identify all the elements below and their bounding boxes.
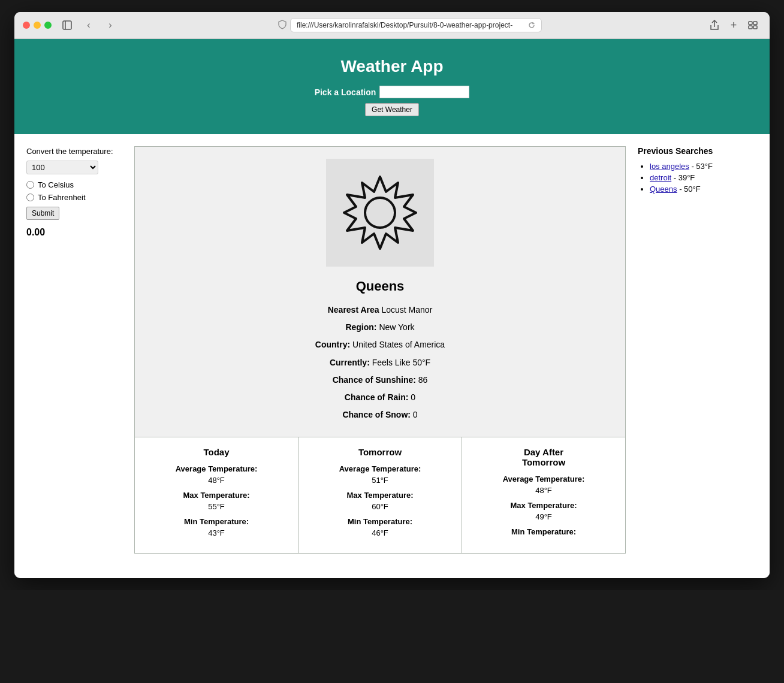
min-temp-today: 43°F [141, 528, 292, 537]
min-temp-tomorrow: 46°F [304, 528, 456, 537]
sidebar-toggle-button[interactable] [59, 18, 76, 32]
list-item: los angeles - 53°F [650, 162, 758, 171]
country-value: United States of America [352, 340, 445, 349]
convert-submit-button[interactable]: Submit [26, 207, 59, 220]
snow: Chance of Snow: 0 [147, 407, 613, 422]
close-button[interactable] [23, 22, 30, 29]
prev-search-queens[interactable]: Queens [650, 185, 677, 194]
max-temp-dayafter: 49°F [468, 512, 619, 521]
svg-rect-0 [63, 21, 71, 29]
previous-searches: Previous Searches los angeles - 53°F det… [638, 146, 758, 554]
svg-point-6 [365, 198, 395, 228]
svg-rect-2 [749, 22, 752, 25]
new-tab-button[interactable]: + [725, 18, 742, 32]
currently-value: Feels Like 50°F [372, 358, 430, 367]
minimize-button[interactable] [34, 22, 41, 29]
prev-search-detroit[interactable]: detroit [650, 173, 671, 182]
country-label: Country: [315, 340, 350, 349]
min-temp-label-today: Min Temperature: [141, 517, 292, 527]
weather-card: Queens Nearest Area Locust Manor Region:… [134, 146, 626, 437]
forecast-day-today: Today [141, 447, 292, 457]
rain-value: 0 [411, 392, 415, 402]
browser-actions: + [706, 18, 761, 32]
app-header: Weather App Pick a Location Get Weather [14, 39, 770, 134]
list-item: detroit - 39°F [650, 173, 758, 182]
fahrenheit-label: To Fahrenheit [38, 193, 86, 202]
get-weather-button[interactable]: Get Weather [365, 103, 419, 116]
browser-titlebar: ‹ › file:///Users/karolinrafalski/Deskto… [14, 12, 770, 39]
prev-temp-queens: - 50°F [679, 185, 701, 194]
currently: Currently: Feels Like 50°F [147, 355, 613, 370]
snow-label: Chance of Snow: [342, 410, 411, 419]
region-value: New York [379, 322, 414, 332]
currently-label: Currently: [330, 358, 370, 367]
sidebar: Convert the temperature: 100 To Celsius … [26, 146, 122, 554]
celsius-label: To Celsius [38, 180, 74, 189]
address-text: file:///Users/karolinrafalski/Desktop/Pu… [297, 21, 526, 29]
location-row: Pick a Location [26, 86, 758, 98]
rain-label: Chance of Rain: [345, 392, 409, 402]
max-temp-label-tomorrow: Max Temperature: [304, 491, 456, 501]
avg-temp-tomorrow: 51°F [304, 476, 456, 485]
fahrenheit-radio[interactable] [26, 194, 34, 201]
prev-search-los-angeles[interactable]: los angeles [650, 162, 689, 171]
prev-temp-detroit: - 39°F [674, 173, 695, 182]
reload-icon [528, 22, 535, 29]
sunshine-value: 86 [418, 375, 428, 385]
back-button[interactable]: ‹ [80, 18, 97, 32]
address-bar-container: file:///Users/karolinrafalski/Desktop/Pu… [123, 18, 696, 32]
min-temp-label-dayafter: Min Temperature: [468, 527, 619, 537]
browser-window: ‹ › file:///Users/karolinrafalski/Deskto… [14, 12, 770, 578]
country: Country: United States of America [147, 337, 613, 352]
list-item: Queens - 50°F [650, 185, 758, 194]
region: Region: New York [147, 320, 613, 335]
share-button[interactable] [706, 18, 723, 32]
weather-main: Queens Nearest Area Locust Manor Region:… [134, 146, 626, 554]
address-bar[interactable]: file:///Users/karolinrafalski/Desktop/Pu… [290, 18, 542, 32]
svg-rect-5 [753, 26, 757, 29]
snow-value: 0 [413, 410, 418, 419]
main-layout: Convert the temperature: 100 To Celsius … [14, 134, 770, 566]
avg-temp-label-tomorrow: Average Temperature: [304, 464, 456, 475]
convert-label: Convert the temperature: [26, 146, 122, 157]
temperature-select[interactable]: 100 [26, 161, 98, 174]
max-temp-label-today: Max Temperature: [141, 491, 292, 501]
nearest-area-label: Nearest Area [328, 305, 379, 315]
previous-searches-list: los angeles - 53°F detroit - 39°F Queens… [638, 162, 758, 194]
forecast-today: Today Average Temperature: 48°F Max Temp… [135, 437, 298, 553]
avg-temp-label-dayafter: Average Temperature: [468, 475, 619, 485]
avg-temp-label-today: Average Temperature: [141, 464, 292, 475]
region-label: Region: [345, 322, 376, 332]
max-temp-tomorrow: 60°F [304, 502, 456, 511]
tab-overview-button[interactable] [744, 18, 761, 32]
fahrenheit-radio-item: To Fahrenheit [26, 193, 122, 202]
forecast-tomorrow: Tomorrow Average Temperature: 51°F Max T… [298, 437, 462, 553]
traffic-lights [23, 22, 52, 29]
avg-temp-dayafter: 48°F [468, 486, 619, 495]
location-label: Pick a Location [315, 87, 376, 97]
prev-temp-los-angeles: - 53°F [691, 162, 713, 171]
avg-temp-today: 48°F [141, 476, 292, 485]
forecast-day-dayafter: Day AfterTomorrow [468, 447, 619, 467]
rain: Chance of Rain: 0 [147, 390, 613, 405]
min-temp-label-tomorrow: Min Temperature: [304, 517, 456, 527]
sunshine: Chance of Sunshine: 86 [147, 373, 613, 388]
sunshine-label: Chance of Sunshine: [333, 375, 416, 385]
max-temp-label-dayafter: Max Temperature: [468, 501, 619, 511]
forecast-day-after: Day AfterTomorrow Average Temperature: 4… [462, 437, 625, 553]
nearest-area: Nearest Area Locust Manor [147, 303, 613, 318]
celsius-radio[interactable] [26, 181, 34, 189]
forecast-row: Today Average Temperature: 48°F Max Temp… [134, 437, 626, 554]
browser-content: Weather App Pick a Location Get Weather … [14, 39, 770, 578]
nearest-area-value: Locust Manor [381, 305, 432, 315]
forecast-day-tomorrow: Tomorrow [304, 447, 456, 457]
shield-icon [278, 20, 287, 31]
app-title: Weather App [26, 57, 758, 76]
location-input[interactable] [379, 86, 469, 98]
maximize-button[interactable] [44, 22, 52, 29]
forward-button[interactable]: › [102, 18, 119, 32]
sun-icon [338, 171, 422, 255]
previous-searches-title: Previous Searches [638, 146, 758, 156]
svg-rect-3 [753, 22, 757, 25]
celsius-radio-item: To Celsius [26, 180, 122, 189]
